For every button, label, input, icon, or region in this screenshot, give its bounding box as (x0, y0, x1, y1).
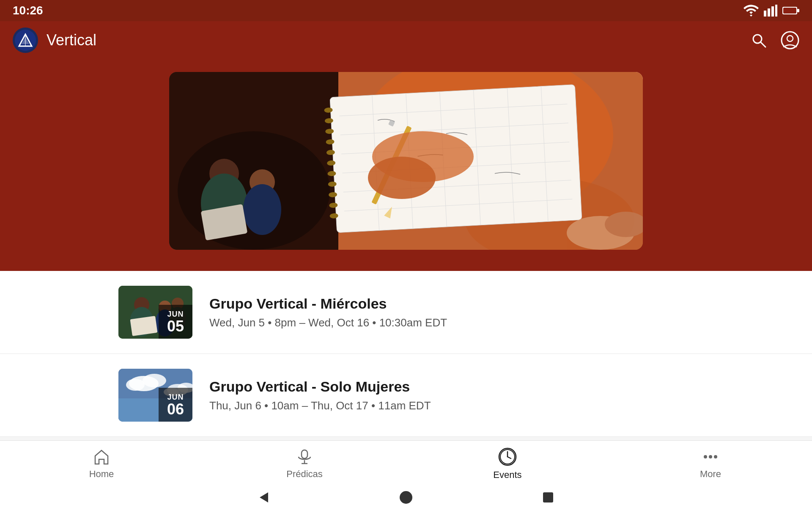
event-thumbnail-1: JUN 05 (118, 286, 192, 339)
event-date-day-2: 06 (167, 402, 184, 417)
svg-rect-71 (302, 450, 307, 458)
search-button[interactable] (749, 31, 768, 50)
svg-rect-84 (543, 492, 553, 502)
svg-point-79 (704, 455, 707, 458)
android-nav (0, 487, 812, 508)
svg-point-51 (243, 184, 281, 235)
svg-point-67 (126, 379, 145, 391)
event-title-2: Grupo Vertical - Solo Mujeres (209, 378, 694, 395)
app-logo-inner (15, 30, 36, 51)
nav-item-more[interactable]: More (668, 448, 753, 480)
event-thumbnail-2: JUN 06 (118, 369, 192, 422)
event-time-1: Wed, Jun 5 • 8pm – Wed, Oct 16 • 10:30am… (209, 316, 694, 329)
event-date-badge-2: JUN 06 (159, 388, 192, 422)
hero-container (0, 59, 812, 271)
svg-marker-82 (260, 492, 268, 502)
svg-point-66 (143, 374, 166, 387)
profile-icon (781, 31, 799, 50)
app-bar-left: Vertical (13, 28, 96, 53)
nav-label-more: More (700, 469, 721, 480)
wifi-icon (743, 5, 759, 17)
event-item-2[interactable]: JUN 06 Grupo Vertical - Solo Mujeres Thu… (0, 354, 812, 437)
event-info-2: Grupo Vertical - Solo Mujeres Thu, Jun 6… (209, 378, 694, 412)
svg-rect-5 (797, 9, 799, 12)
events-list: JUN 05 Grupo Vertical - Miércoles Wed, J… (0, 271, 812, 437)
svg-rect-0 (764, 11, 766, 17)
svg-rect-6 (783, 8, 796, 14)
nav-label-home: Home (89, 469, 114, 480)
svg-point-47 (368, 157, 436, 199)
main-content: JUN 05 Grupo Vertical - Miércoles Wed, J… (0, 59, 812, 457)
android-home-button[interactable] (398, 490, 414, 505)
svg-point-13 (787, 36, 793, 41)
event-title-1: Grupo Vertical - Miércoles (209, 295, 694, 312)
app-bar: Vertical (0, 21, 812, 59)
hero-image-inner (169, 72, 643, 250)
svg-rect-1 (768, 8, 770, 17)
status-bar: 10:26 (0, 0, 812, 21)
svg-rect-3 (775, 5, 777, 17)
svg-point-83 (400, 491, 412, 504)
app-title: Vertical (47, 31, 96, 49)
signal-icon (764, 5, 777, 17)
status-time: 10:26 (13, 4, 43, 17)
bottom-nav: Home Prédicas Events More (0, 440, 812, 487)
nav-item-home[interactable]: Home (59, 448, 144, 480)
event-info-1: Grupo Vertical - Miércoles Wed, Jun 5 • … (209, 295, 694, 329)
app-bar-right (749, 31, 799, 50)
microphone-icon (296, 448, 313, 465)
android-recents-button[interactable] (540, 490, 556, 505)
home-icon (93, 448, 110, 465)
event-item[interactable]: JUN 05 Grupo Vertical - Miércoles Wed, J… (0, 271, 812, 354)
svg-point-81 (714, 455, 717, 458)
svg-line-11 (760, 42, 765, 47)
android-back-button[interactable] (256, 490, 272, 505)
event-date-day-1: 05 (167, 319, 184, 334)
event-time-2: Thu, Jun 6 • 10am – Thu, Oct 17 • 11am E… (209, 399, 694, 412)
more-icon (702, 448, 719, 465)
nav-label-events: Events (493, 469, 521, 480)
status-icons (743, 5, 799, 17)
nav-item-events[interactable]: Events (465, 447, 550, 480)
clock-icon (498, 447, 517, 466)
app-logo (13, 28, 38, 53)
svg-rect-2 (771, 6, 774, 17)
search-icon (749, 31, 768, 50)
svg-rect-62 (130, 316, 158, 336)
profile-button[interactable] (781, 31, 799, 50)
svg-point-80 (709, 455, 712, 458)
nav-item-predicas[interactable]: Prédicas (262, 448, 347, 480)
battery-icon (782, 6, 799, 15)
hero-image (169, 72, 643, 250)
nav-label-predicas: Prédicas (286, 469, 323, 480)
event-date-badge-1: JUN 05 (159, 305, 192, 339)
